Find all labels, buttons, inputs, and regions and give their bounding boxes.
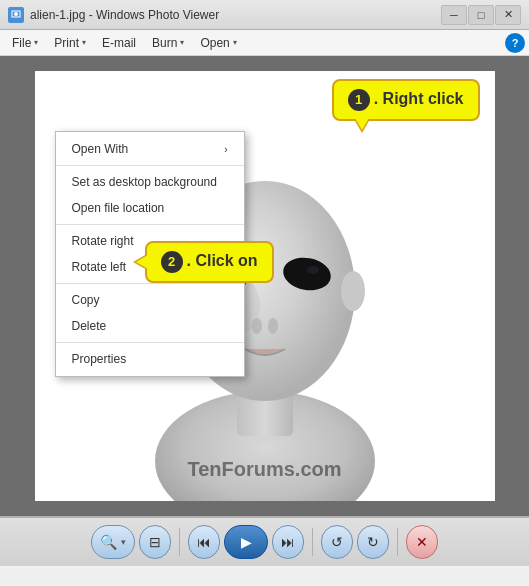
slideshow-button[interactable]: ▶ bbox=[224, 525, 268, 559]
zoom-out-button[interactable]: ⊟ bbox=[139, 525, 171, 559]
menu-file-arrow: ▾ bbox=[34, 38, 38, 47]
next-button[interactable]: ⏭ bbox=[272, 525, 304, 559]
svg-point-13 bbox=[268, 318, 278, 334]
rotate-cw-icon: ↻ bbox=[367, 534, 379, 550]
menu-print-arrow: ▾ bbox=[82, 38, 86, 47]
main-viewing-area: TenForums.com Open With › Set as desktop… bbox=[0, 56, 529, 516]
svg-point-11 bbox=[307, 266, 319, 274]
maximize-button[interactable]: □ bbox=[468, 5, 494, 25]
close-button[interactable]: ✕ bbox=[495, 5, 521, 25]
menu-open[interactable]: Open ▾ bbox=[192, 33, 244, 53]
menu-open-arrow: ▾ bbox=[233, 38, 237, 47]
ctx-copy-label: Copy bbox=[72, 293, 100, 307]
menu-burn-label: Burn bbox=[152, 36, 177, 50]
help-button[interactable]: ? bbox=[505, 33, 525, 53]
ctx-open-file-location[interactable]: Open file location bbox=[56, 195, 244, 221]
zoom-out-icon: ⊟ bbox=[149, 534, 161, 550]
ctx-sep-1 bbox=[56, 165, 244, 166]
rotate-cw-button[interactable]: ↻ bbox=[357, 525, 389, 559]
ctx-rotate-left-label: Rotate left bbox=[72, 260, 127, 274]
menu-open-label: Open bbox=[200, 36, 229, 50]
ctx-open-file-location-label: Open file location bbox=[72, 201, 165, 215]
menu-file[interactable]: File ▾ bbox=[4, 33, 46, 53]
rotate-ccw-button[interactable]: ↺ bbox=[321, 525, 353, 559]
menu-print-label: Print bbox=[54, 36, 79, 50]
menu-burn-arrow: ▾ bbox=[180, 38, 184, 47]
ctx-properties-label: Properties bbox=[72, 352, 127, 366]
ctx-delete[interactable]: Delete bbox=[56, 313, 244, 339]
callout-right-click-text: . Right click bbox=[374, 90, 464, 107]
callout-click-on-text: . Click on bbox=[187, 252, 258, 269]
menu-bar: File ▾ Print ▾ E-mail Burn ▾ Open ▾ ? bbox=[0, 30, 529, 56]
prev-button[interactable]: ⏮ bbox=[188, 525, 220, 559]
ctx-open-with-arrow: › bbox=[224, 144, 227, 155]
toolbar-sep-1 bbox=[179, 528, 180, 556]
menu-burn[interactable]: Burn ▾ bbox=[144, 33, 192, 53]
app-icon bbox=[8, 7, 24, 23]
menu-file-label: File bbox=[12, 36, 31, 50]
zoom-in-button[interactable]: 🔍 ▾ bbox=[91, 525, 135, 559]
callout-click-on: 2. Click on bbox=[145, 241, 274, 283]
ctx-open-with[interactable]: Open With › bbox=[56, 136, 244, 162]
ctx-sep-2 bbox=[56, 224, 244, 225]
toolbar-sep-2 bbox=[312, 528, 313, 556]
ctx-rotate-right-label: Rotate right bbox=[72, 234, 134, 248]
ctx-properties[interactable]: Properties bbox=[56, 346, 244, 372]
delete-button[interactable]: ✕ bbox=[406, 525, 438, 559]
rotate-ccw-icon: ↺ bbox=[331, 534, 343, 550]
toolbar-sep-3 bbox=[397, 528, 398, 556]
ctx-sep-3 bbox=[56, 283, 244, 284]
title-bar: alien-1.jpg - Windows Photo Viewer ─ □ ✕ bbox=[0, 0, 529, 30]
next-icon: ⏭ bbox=[281, 534, 295, 550]
zoom-in-icon: 🔍 bbox=[100, 534, 117, 550]
minimize-button[interactable]: ─ bbox=[441, 5, 467, 25]
watermark-text: TenForums.com bbox=[187, 458, 341, 481]
ctx-delete-label: Delete bbox=[72, 319, 107, 333]
ctx-sep-4 bbox=[56, 342, 244, 343]
callout-right-click: 1. Right click bbox=[332, 79, 480, 121]
slideshow-icon: ▶ bbox=[241, 534, 252, 550]
window-title: alien-1.jpg - Windows Photo Viewer bbox=[30, 8, 441, 22]
step-1-number: 1 bbox=[348, 89, 370, 111]
ctx-open-with-label: Open With bbox=[72, 142, 129, 156]
menu-email[interactable]: E-mail bbox=[94, 33, 144, 53]
image-display: TenForums.com Open With › Set as desktop… bbox=[35, 71, 495, 501]
step-2-number: 2 bbox=[161, 251, 183, 273]
ctx-set-desktop-label: Set as desktop background bbox=[72, 175, 217, 189]
menu-print[interactable]: Print ▾ bbox=[46, 33, 94, 53]
ctx-set-desktop[interactable]: Set as desktop background bbox=[56, 169, 244, 195]
prev-icon: ⏮ bbox=[197, 534, 211, 550]
svg-point-7 bbox=[341, 271, 365, 311]
window-controls: ─ □ ✕ bbox=[441, 5, 521, 25]
delete-icon: ✕ bbox=[416, 534, 428, 550]
svg-point-1 bbox=[14, 12, 18, 16]
ctx-copy[interactable]: Copy bbox=[56, 287, 244, 313]
menu-email-label: E-mail bbox=[102, 36, 136, 50]
toolbar: 🔍 ▾ ⊟ ⏮ ▶ ⏭ ↺ ↻ ✕ bbox=[0, 516, 529, 566]
zoom-arrow: ▾ bbox=[121, 537, 126, 547]
